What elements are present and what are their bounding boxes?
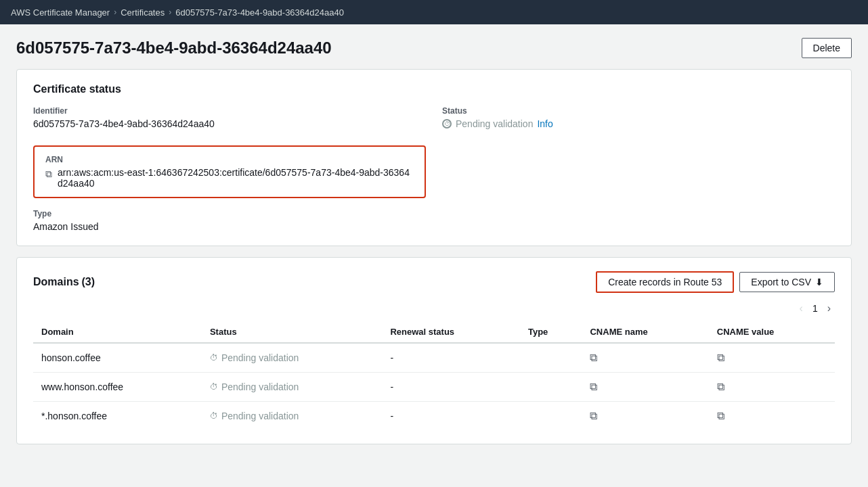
identifier-field: Identifier 6d057575-7a73-4be4-9abd-36364… xyxy=(33,106,426,129)
domains-header: Domains (3) Create records in Route 53 E… xyxy=(33,271,835,293)
cell-type-2 xyxy=(520,402,582,431)
breadcrumb: AWS Certificate Manager › Certificates ›… xyxy=(11,7,344,18)
arn-value: arn:aws:acm:us-east-1:646367242503:certi… xyxy=(58,167,414,189)
status-field: Status ⏱ Pending validation Info xyxy=(442,106,835,129)
status-text-1: Pending validation xyxy=(221,381,299,392)
cell-renewal-2: - xyxy=(382,402,519,431)
cell-type-0 xyxy=(520,343,582,373)
breadcrumb-sep-2: › xyxy=(169,7,171,17)
cname-name-copy-icon-1[interactable]: ⧉ xyxy=(590,381,597,392)
export-csv-button[interactable]: Export to CSV ⬇ xyxy=(739,272,835,292)
pagination: ‹ 1 › xyxy=(33,301,835,316)
type-value: Amazon Issued xyxy=(33,221,426,232)
cell-cname-value-2: ⧉ xyxy=(709,402,835,431)
status-clock-icon: ⏱ xyxy=(442,119,452,129)
type-field: Type Amazon Issued xyxy=(33,209,426,232)
arn-copy-icon[interactable]: ⧉ xyxy=(45,168,52,180)
table-body: honson.coffee ⏱ Pending validation - ⧉ ⧉… xyxy=(33,343,835,430)
cell-status-1: ⏱ Pending validation xyxy=(202,373,383,402)
table-row: www.honson.coffee ⏱ Pending validation -… xyxy=(33,373,835,402)
domains-title: Domains xyxy=(33,276,79,287)
delete-button[interactable]: Delete xyxy=(802,38,852,58)
arn-label: ARN xyxy=(45,155,414,164)
status-text-2: Pending validation xyxy=(221,411,299,421)
status-text-0: Pending validation xyxy=(221,352,299,363)
arn-row: ⧉ arn:aws:acm:us-east-1:646367242503:cer… xyxy=(45,167,414,189)
cname-value-copy-icon-2[interactable]: ⧉ xyxy=(717,410,724,421)
status-container: ⏱ Pending validation Info xyxy=(442,118,835,129)
breadcrumb-current: 6d057575-7a73-4be4-9abd-36364d24aa40 xyxy=(175,7,344,18)
status-clock-icon-1: ⏱ xyxy=(210,382,218,392)
col-cname-value: CNAME value xyxy=(709,321,835,343)
domains-title-group: Domains (3) xyxy=(33,276,95,288)
arn-right-empty xyxy=(442,140,835,198)
prev-page-button[interactable]: ‹ xyxy=(796,301,807,316)
cert-grid: Identifier 6d057575-7a73-4be4-9abd-36364… xyxy=(33,106,835,232)
cell-status-0: ⏱ Pending validation xyxy=(202,343,383,373)
page-number: 1 xyxy=(812,303,818,314)
cert-status-title: Certificate status xyxy=(33,83,835,95)
cname-value-copy-icon-1[interactable]: ⧉ xyxy=(717,381,724,392)
cell-domain-2: *.honson.coffee xyxy=(33,402,202,431)
col-cname-name: CNAME name xyxy=(582,321,708,343)
cname-value-copy-icon-0[interactable]: ⧉ xyxy=(717,352,724,363)
col-renewal-status: Renewal status xyxy=(382,321,519,343)
arn-field: ARN ⧉ arn:aws:acm:us-east-1:646367242503… xyxy=(33,145,426,198)
table-row: honson.coffee ⏱ Pending validation - ⧉ ⧉ xyxy=(33,343,835,373)
col-status: Status xyxy=(202,321,383,343)
type-label: Type xyxy=(33,209,426,218)
cell-cname-name-1: ⧉ xyxy=(582,373,708,402)
identifier-value: 6d057575-7a73-4be4-9abd-36364d24aa40 xyxy=(33,118,426,129)
cell-domain-1: www.honson.coffee xyxy=(33,373,202,402)
cname-name-copy-icon-2[interactable]: ⧉ xyxy=(590,410,597,421)
domains-actions: Create records in Route 53 Export to CSV… xyxy=(596,271,835,293)
certificate-status-card: Certificate status Identifier 6d057575-7… xyxy=(16,69,852,246)
cell-cname-value-0: ⧉ xyxy=(709,343,835,373)
identifier-label: Identifier xyxy=(33,106,426,116)
cell-domain-0: honson.coffee xyxy=(33,343,202,373)
cname-name-copy-icon-0[interactable]: ⧉ xyxy=(590,352,597,363)
cell-renewal-1: - xyxy=(382,373,519,402)
col-type: Type xyxy=(520,321,582,343)
domains-card: Domains (3) Create records in Route 53 E… xyxy=(16,257,852,444)
export-icon: ⬇ xyxy=(815,277,823,287)
cell-status-2: ⏱ Pending validation xyxy=(202,402,383,431)
table-header: Domain Status Renewal status Type CNAME … xyxy=(33,321,835,343)
status-clock-icon-0: ⏱ xyxy=(210,353,218,363)
breadcrumb-service-link[interactable]: AWS Certificate Manager xyxy=(11,7,110,18)
next-page-button[interactable]: › xyxy=(823,301,835,316)
table-row: *.honson.coffee ⏱ Pending validation - ⧉… xyxy=(33,402,835,431)
cell-cname-name-0: ⧉ xyxy=(582,343,708,373)
breadcrumb-sep-1: › xyxy=(114,7,116,17)
top-nav: AWS Certificate Manager › Certificates ›… xyxy=(0,0,868,24)
create-records-button[interactable]: Create records in Route 53 xyxy=(596,271,734,293)
cell-cname-name-2: ⧉ xyxy=(582,402,708,431)
page-title: 6d057575-7a73-4be4-9abd-36364d24aa40 xyxy=(16,39,332,57)
breadcrumb-section-link[interactable]: Certificates xyxy=(121,7,165,18)
cell-type-1 xyxy=(520,373,582,402)
cell-renewal-0: - xyxy=(382,343,519,373)
col-domain: Domain xyxy=(33,321,202,343)
status-value: Pending validation xyxy=(456,118,533,129)
table-header-row: Domain Status Renewal status Type CNAME … xyxy=(33,321,835,343)
status-clock-icon-2: ⏱ xyxy=(210,411,218,421)
export-csv-label: Export to CSV xyxy=(751,277,811,287)
status-info-link[interactable]: Info xyxy=(537,118,552,129)
main-page: 6d057575-7a73-4be4-9abd-36364d24aa40 Del… xyxy=(0,24,868,469)
page-header: 6d057575-7a73-4be4-9abd-36364d24aa40 Del… xyxy=(16,38,852,58)
domains-count-val: (3) xyxy=(81,276,95,287)
domains-table: Domain Status Renewal status Type CNAME … xyxy=(33,321,835,430)
status-label: Status xyxy=(442,106,835,116)
cell-cname-value-1: ⧉ xyxy=(709,373,835,402)
